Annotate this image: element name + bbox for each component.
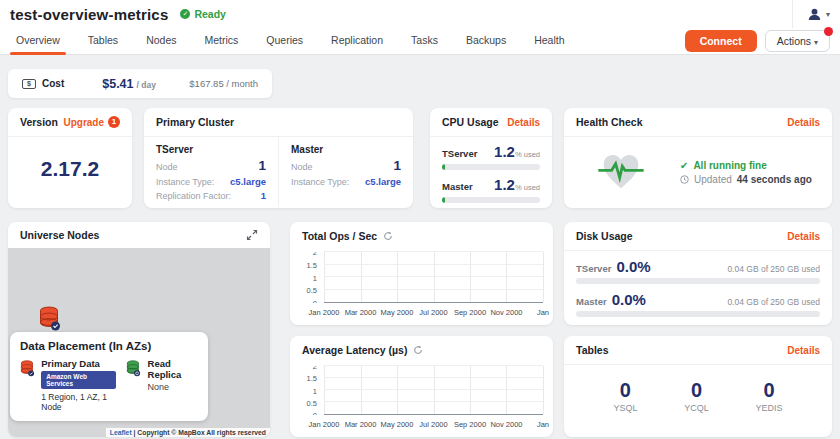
yedis-count-label: YEDIS xyxy=(756,403,783,413)
status-badge: ✓ Ready xyxy=(180,8,226,20)
disk-master-row: Master 0.0% 0.04 GB of 250 GB used xyxy=(564,284,832,317)
cost-daily-value: $5.41 xyxy=(102,77,133,91)
cost-label: Cost xyxy=(42,78,64,89)
health-status-text: All running fine xyxy=(693,160,766,171)
universe-nodes-title: Universe Nodes xyxy=(20,229,99,241)
ycql-count-value: 0 xyxy=(684,379,709,402)
tab-health[interactable]: Health xyxy=(520,28,578,55)
tab-nodes[interactable]: Nodes xyxy=(132,28,190,55)
tserver-title: TServer xyxy=(156,144,266,155)
cpu-details-link[interactable]: Details xyxy=(507,117,540,128)
instance-type-label: Instance Type: xyxy=(291,177,349,187)
tab-metrics[interactable]: Metrics xyxy=(190,28,252,55)
tab-tables[interactable]: Tables xyxy=(74,28,132,55)
connect-button[interactable]: Connect xyxy=(685,30,757,52)
data-placement-title: Data Placement (In AZs) xyxy=(20,340,198,352)
master-instance-row: Instance Type: c5.large xyxy=(291,176,401,187)
health-check-body: ✔ All running fine Updated 44 seconds ag… xyxy=(564,137,832,191)
total-ops-x-axis: Jan 2000 Mar 2000 May 2000 Jul 2000 Sep … xyxy=(324,308,543,318)
disk-master-detail: 0.04 GB of 250 GB used xyxy=(727,297,820,307)
disk-usage-card: Disk Usage Details TServer 0.0% 0.04 GB … xyxy=(564,222,832,325)
version-card: Version Upgrade 1 2.17.2 xyxy=(8,108,132,208)
tables-title: Tables xyxy=(576,344,608,356)
instance-type-value: c5.large xyxy=(230,176,266,187)
refresh-icon[interactable] xyxy=(383,231,393,241)
instance-type-label: Instance Type: xyxy=(156,177,214,187)
ycql-count: 0 YCQL xyxy=(684,379,709,413)
provider-badge: Amazon Web Services xyxy=(41,371,116,389)
cpu-master-unit: % used xyxy=(515,183,540,192)
disk-master-label: Master xyxy=(576,296,607,307)
user-caret-icon[interactable]: ▾ xyxy=(826,10,830,19)
disk-usage-header: Disk Usage Details xyxy=(564,222,832,251)
disk-tserver-label: TServer xyxy=(576,263,611,274)
actions-label: Actions xyxy=(777,35,811,47)
read-replica-block: Read Replica None xyxy=(126,358,198,412)
cpu-master-label: Master xyxy=(442,181,473,192)
tab-queries[interactable]: Queries xyxy=(252,28,317,55)
health-updated-value: 44 seconds ago xyxy=(737,174,812,185)
master-column: Master Node 1 Instance Type: c5.large xyxy=(279,137,413,207)
status-label: Ready xyxy=(194,8,226,20)
cpu-usage-title: CPU Usage xyxy=(442,116,499,128)
actions-button[interactable]: Actions ▾ xyxy=(765,30,830,52)
data-placement-panel: Data Placement (In AZs) Primary Data xyxy=(10,332,208,421)
upgrade-link-group[interactable]: Upgrade 1 xyxy=(63,116,120,128)
universe-nodes-card: Universe Nodes Data Placement (In AZs) xyxy=(8,222,270,437)
tab-replication[interactable]: Replication xyxy=(317,28,397,55)
leaflet-link[interactable]: Leaflet xyxy=(110,429,132,436)
tables-details-link[interactable]: Details xyxy=(787,345,820,356)
ysql-count: 0 YSQL xyxy=(613,379,637,413)
avg-latency-y-axis: 0 0.5 1 1.5 2 xyxy=(290,366,321,415)
health-details-link[interactable]: Details xyxy=(787,117,820,128)
total-ops-chart-title: Total Ops / Sec xyxy=(302,230,377,242)
node-value: 1 xyxy=(258,158,266,173)
tab-backups[interactable]: Backups xyxy=(452,28,520,55)
expand-icon[interactable] xyxy=(246,229,258,241)
cpu-tserver-label: TServer xyxy=(442,148,477,159)
cost-monthly: $167.85 / month xyxy=(189,78,258,89)
refresh-icon[interactable] xyxy=(413,345,423,355)
tserver-column: TServer Node 1 Instance Type: c5.large R… xyxy=(144,137,279,207)
read-replica-icon xyxy=(126,358,141,379)
primary-cluster-header: Primary Cluster xyxy=(144,108,413,137)
disk-tserver-value: 0.0% xyxy=(616,258,650,275)
dollar-icon: $ xyxy=(22,79,36,89)
version-value: 2.17.2 xyxy=(8,157,132,181)
primary-data-label: Primary Data xyxy=(41,358,116,369)
health-check-header: Health Check Details xyxy=(564,108,832,137)
tables-card: Tables Details 0 YSQL 0 YCQL 0 YEDIS xyxy=(564,336,832,437)
check-icon: ✔ xyxy=(680,160,688,171)
disk-tserver-row: TServer 0.0% 0.04 GB of 250 GB used xyxy=(564,251,832,284)
tab-actions-group: Connect Actions ▾ xyxy=(685,30,840,52)
disk-master-value: 0.0% xyxy=(612,291,646,308)
health-status-block: ✔ All running fine Updated 44 seconds ag… xyxy=(680,157,812,185)
tserver-instance-row: Instance Type: c5.large xyxy=(156,176,266,187)
cpu-master-bar xyxy=(442,197,540,203)
upgrade-link[interactable]: Upgrade xyxy=(63,117,104,128)
primary-cluster-card: Primary Cluster TServer Node 1 Instance … xyxy=(144,108,413,208)
check-circle-icon: ✓ xyxy=(180,9,190,19)
user-icon[interactable] xyxy=(807,7,822,22)
primary-data-block: Primary Data Amazon Web Services 1 Regio… xyxy=(20,358,116,412)
tab-tasks[interactable]: Tasks xyxy=(397,28,452,55)
replication-factor-label: Replication Factor: xyxy=(156,191,231,201)
topbar-user-area: ▾ xyxy=(792,0,830,28)
version-title: Version xyxy=(20,116,58,128)
node-marker-icon[interactable] xyxy=(38,306,62,332)
avg-latency-chart-card: Average Latency (µs) 0 0.5 1 1.5 2 Jan 2… xyxy=(290,336,553,437)
total-ops-y-axis: 0 0.5 1 1.5 2 xyxy=(290,252,321,303)
avg-latency-plot xyxy=(324,366,543,415)
clock-icon xyxy=(680,175,689,184)
yedis-count-value: 0 xyxy=(756,379,783,402)
tserver-node-row: Node 1 xyxy=(156,158,266,173)
map-canvas[interactable]: Data Placement (In AZs) Primary Data xyxy=(8,248,270,437)
page-title: test-overview-metrics xyxy=(10,6,168,23)
read-replica-value: None xyxy=(148,382,198,392)
primary-data-icon xyxy=(20,358,35,379)
disk-details-link[interactable]: Details xyxy=(787,231,820,242)
tab-overview[interactable]: Overview xyxy=(2,28,74,55)
cost-daily-unit: / day xyxy=(137,80,156,90)
avg-latency-chart-title: Average Latency (µs) xyxy=(302,344,407,356)
cost-bar: $ Cost $5.41 / day $167.85 / month xyxy=(8,69,272,98)
